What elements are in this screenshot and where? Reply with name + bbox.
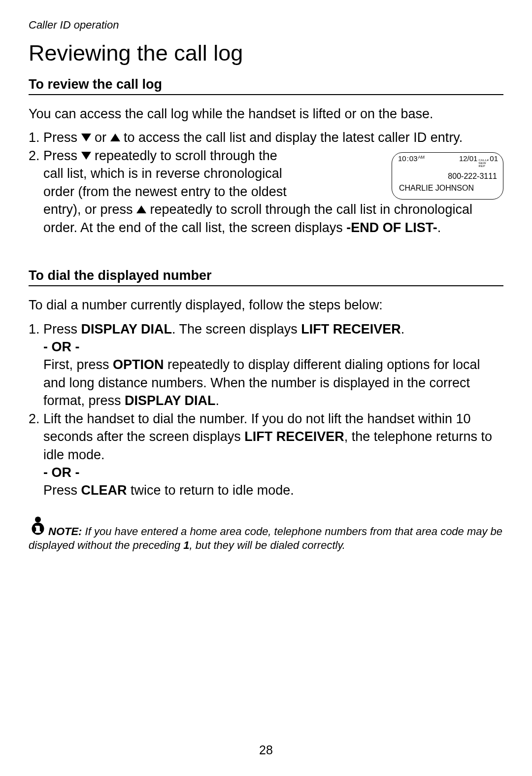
list-number-1: 1. [29, 129, 43, 146]
svg-rect-4 [35, 531, 41, 533]
text-fragment: First, press [43, 357, 113, 372]
page-title: Reviewing the call log [29, 40, 503, 66]
display-flags: CALL# NEW REP [478, 159, 489, 168]
clear-label: CLEAR [81, 483, 127, 498]
section-heading-review: To review the call log [29, 77, 503, 95]
end-of-list-text: -END OF LIST- [346, 220, 437, 235]
list-body-1b: Press DISPLAY DIAL. The screen displays … [43, 320, 503, 410]
option-label: OPTION [113, 357, 164, 372]
text-fragment: . [437, 220, 441, 235]
list-item: 1. Press or to access the call list and … [29, 129, 503, 146]
section2-intro: To dial a number currently displayed, fo… [29, 296, 503, 314]
display-caller-name: CHARLIE JOHNSON [398, 184, 498, 193]
list-number-1b: 1. [29, 320, 43, 410]
svg-rect-3 [35, 526, 38, 528]
display-time-colon: : [407, 155, 409, 163]
display-phone-number: 800-222-3111 [398, 172, 498, 181]
note-bold-1: 1 [183, 539, 189, 551]
text-fragment: to access the call list and display the … [120, 130, 463, 145]
display-dial-label: DISPLAY DIAL [81, 322, 172, 337]
section1-intro: You can access the call log while the ha… [29, 105, 503, 123]
text-fragment: Press [43, 130, 81, 145]
down-arrow-icon [81, 134, 91, 141]
display-time-hour: 10 [398, 155, 406, 163]
note-block: NOTE: If you have entered a home area co… [29, 516, 503, 553]
lift-receiver-label: LIFT RECEIVER [301, 322, 401, 337]
display-ampm: AM [418, 155, 425, 160]
or-separator: - OR - [43, 465, 80, 480]
up-arrow-icon [136, 205, 146, 213]
note-label: NOTE: [48, 525, 82, 538]
display-flag-rep: REP [478, 165, 489, 168]
list-body-2b: Lift the handset to dial the number. If … [43, 410, 503, 500]
display-date: 12/01 [459, 155, 478, 163]
display-time-min: 03 [409, 155, 418, 163]
down-arrow-icon [81, 152, 91, 160]
list-number-2: 2. [29, 147, 43, 236]
display-row-top: 10 : 03 AM 12/01 CALL# NEW REP 01 [398, 155, 498, 168]
svg-point-1 [35, 516, 41, 522]
list-body-1: Press or to access the call list and dis… [43, 129, 503, 146]
text-fragment: entry), or press [43, 202, 136, 217]
display-call-number: 01 [490, 155, 498, 163]
display-dial-label: DISPLAY DIAL [125, 393, 216, 408]
text-fragment: Press [43, 322, 81, 337]
up-arrow-icon [110, 134, 120, 141]
list-item: 2. Lift the handset to dial the number. … [29, 410, 503, 500]
breadcrumb: Caller ID operation [29, 19, 503, 32]
page-number: 28 [0, 743, 532, 757]
text-fragment: . [401, 322, 405, 337]
text-fragment: Press [43, 148, 81, 163]
text-fragment: or [91, 130, 110, 145]
info-icon [29, 516, 47, 539]
text-fragment: Press [43, 483, 81, 498]
text-fragment: . [216, 393, 220, 408]
section-heading-dial: To dial the displayed number [29, 268, 503, 286]
phone-display: 10 : 03 AM 12/01 CALL# NEW REP 01 800-22… [392, 152, 503, 200]
lift-receiver-label: LIFT RECEIVER [244, 429, 344, 444]
text-fragment: . The screen displays [172, 322, 301, 337]
list-item: 1. Press DISPLAY DIAL. The screen displa… [29, 320, 503, 410]
text-fragment: twice to return to idle mode. [127, 483, 294, 498]
note-text-b: , but they will be dialed correctly. [190, 539, 345, 551]
list-number-2b: 2. [29, 410, 43, 500]
or-separator: - OR - [43, 339, 80, 354]
